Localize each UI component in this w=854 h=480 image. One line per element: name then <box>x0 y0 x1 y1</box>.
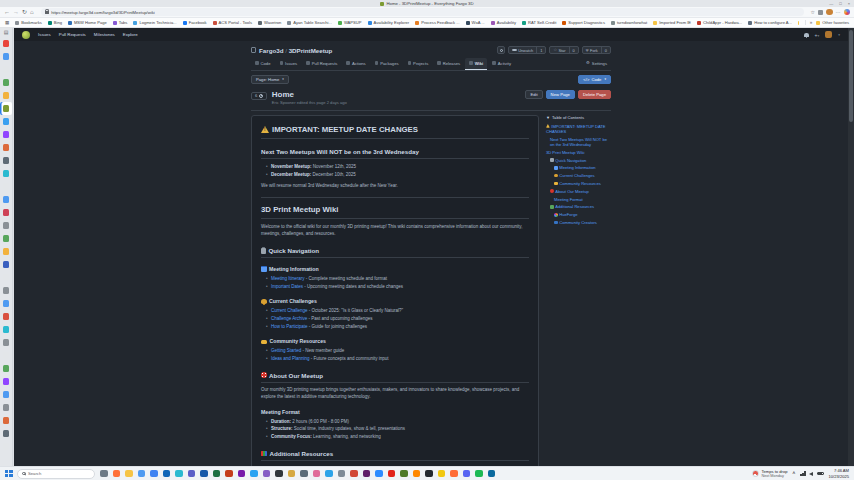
snipping-tool-icon[interactable] <box>287 468 297 479</box>
powerpoint-icon[interactable] <box>224 468 234 479</box>
toc-item[interactable]: Community Resources <box>546 181 608 186</box>
vertical-tab[interactable] <box>0 141 12 154</box>
bookmark-item[interactable]: ACS Portal - Tools <box>213 20 252 25</box>
create-new-button[interactable]: +▾ <box>815 32 820 38</box>
repo-tab[interactable]: Issues <box>276 58 302 70</box>
vertical-tab[interactable] <box>0 362 12 375</box>
bookmark-item[interactable]: turndownforwhat <box>611 20 647 25</box>
vertical-tab[interactable] <box>0 128 12 141</box>
calculator-icon[interactable] <box>299 468 309 479</box>
file-explorer-icon[interactable] <box>124 468 134 479</box>
repo-owner-link[interactable]: Fargo3d <box>259 47 283 54</box>
wiki-link[interactable]: How to Participate <box>271 324 308 329</box>
repo-tab[interactable]: Projects <box>404 58 433 70</box>
vscode-icon[interactable] <box>249 468 259 479</box>
extensions-icon[interactable] <box>818 10 823 15</box>
repo-tab[interactable]: Activity <box>488 58 515 70</box>
system-tray[interactable] <box>800 471 823 476</box>
vertical-tab[interactable] <box>0 323 12 336</box>
scrollbar-thumb[interactable] <box>849 30 853 122</box>
teams-icon[interactable] <box>187 468 197 479</box>
delete-page-button[interactable]: Delete Page <box>578 90 611 99</box>
weather-widget[interactable]: Temps to drop Next Monday <box>752 469 787 478</box>
nav-link[interactable]: Explore <box>123 32 138 37</box>
repo-tab[interactable]: Wiki <box>465 58 487 70</box>
firefox-icon[interactable] <box>112 468 122 479</box>
url-bar[interactable]: https://meetup.fargo3d.com/fargo3d/3DPri… <box>41 8 804 16</box>
chrome-icon[interactable] <box>137 468 147 479</box>
vertical-tab[interactable] <box>0 167 12 180</box>
vertical-tab[interactable] <box>0 37 12 50</box>
revisions-button[interactable]: 6 <box>251 92 267 100</box>
vertical-tab[interactable] <box>0 219 12 232</box>
edit-button[interactable]: Edit <box>525 90 542 99</box>
bookmark-item[interactable]: Availability Explorer <box>368 20 410 25</box>
toc-item[interactable]: About Our Meetup <box>546 189 608 194</box>
vertical-tab[interactable] <box>0 50 12 63</box>
bookmark-item[interactable]: Wavetron <box>258 20 281 25</box>
acrobat-icon[interactable] <box>387 468 397 479</box>
toc-item[interactable]: Next Two Meetups Will NOT be on the 3rd … <box>546 137 608 148</box>
photos-icon[interactable] <box>149 468 159 479</box>
discord-icon[interactable] <box>462 468 472 479</box>
nav-link[interactable]: Issues <box>38 32 51 37</box>
vertical-tab[interactable] <box>0 401 12 414</box>
vertical-tab[interactable] <box>0 336 12 349</box>
vertical-tab[interactable] <box>0 89 12 102</box>
watch-count[interactable]: 1 <box>536 47 545 53</box>
bookmark-item[interactable]: WAPSUP <box>338 20 362 25</box>
vertical-tab[interactable] <box>0 154 12 167</box>
vertical-tab[interactable] <box>0 349 12 362</box>
bookmark-item[interactable]: Facebook <box>183 20 207 25</box>
forge-logo-icon[interactable] <box>22 31 30 39</box>
taskbar-clock[interactable]: 7:46 AM 10/23/2025 <box>829 468 850 479</box>
vertical-tab[interactable] <box>0 102 12 115</box>
bookmark-item[interactable]: Ayan Table Searchi... <box>287 20 332 25</box>
remote-desktop-icon[interactable] <box>349 468 359 479</box>
vertical-tab[interactable] <box>0 206 12 219</box>
maximize-icon[interactable]: □ <box>839 1 841 6</box>
toc-item[interactable]: Additional Resources <box>546 204 608 209</box>
toc-item[interactable]: Community Creators <box>546 220 608 225</box>
vertical-tab[interactable] <box>0 258 12 271</box>
7zip-icon[interactable] <box>399 468 409 479</box>
visual-studio-icon[interactable] <box>262 468 272 479</box>
bookmark-item[interactable]: ChildAppr - Hardwa... <box>697 20 742 25</box>
tab-actions-icon[interactable]: ▤ <box>4 29 9 35</box>
wiki-link[interactable]: Meeting Itinerary <box>271 276 305 281</box>
taskbar-search[interactable]: Search <box>17 469 95 479</box>
bookmark-item[interactable]: Bookmarks <box>15 20 41 25</box>
outlook-icon[interactable] <box>162 468 172 479</box>
apps-grid-icon[interactable]: ▦ <box>5 20 9 25</box>
unwatch-button[interactable]: Unwatch 1 <box>508 46 546 54</box>
vertical-tab[interactable] <box>0 193 12 206</box>
scrollbar[interactable] <box>848 28 854 466</box>
wiki-link[interactable]: Challenge Archive <box>271 316 307 321</box>
repo-tab[interactable]: Code <box>251 58 275 70</box>
vlc-icon[interactable] <box>412 468 422 479</box>
vertical-tab[interactable] <box>0 271 12 284</box>
repo-tab-settings[interactable]: ⚙ Settings <box>582 58 611 70</box>
toc-item[interactable]: Meeting Format <box>546 197 608 202</box>
favorite-star-icon[interactable]: ☆ <box>811 10 815 15</box>
spotify-icon[interactable] <box>474 468 484 479</box>
home-icon[interactable]: ⌂ <box>30 9 34 15</box>
toc-item[interactable]: HueForge <box>546 212 608 217</box>
back-icon[interactable]: ← <box>4 9 10 15</box>
vertical-tab[interactable] <box>0 414 12 427</box>
github-icon[interactable] <box>424 468 434 479</box>
word-icon[interactable] <box>199 468 209 479</box>
wiki-link[interactable]: Ideas and Planning <box>271 356 310 361</box>
vertical-tab[interactable] <box>0 115 12 128</box>
forward-icon[interactable]: → <box>13 9 19 15</box>
repo-tab[interactable]: Releases <box>433 58 464 70</box>
bookmark-item[interactable]: Tabs <box>113 20 128 25</box>
toc-item[interactable]: Current Challenges <box>546 173 608 178</box>
star-button[interactable]: ☆Star 0 <box>549 46 578 54</box>
vertical-tab[interactable] <box>0 310 12 323</box>
wiki-link[interactable]: Current Challenge <box>271 308 308 313</box>
vertical-tab[interactable] <box>0 388 12 401</box>
wiki-link[interactable]: Getting Started <box>271 348 301 353</box>
excel-icon[interactable] <box>212 468 222 479</box>
wiki-code-button[interactable]: </> Code ▾ <box>578 75 611 84</box>
